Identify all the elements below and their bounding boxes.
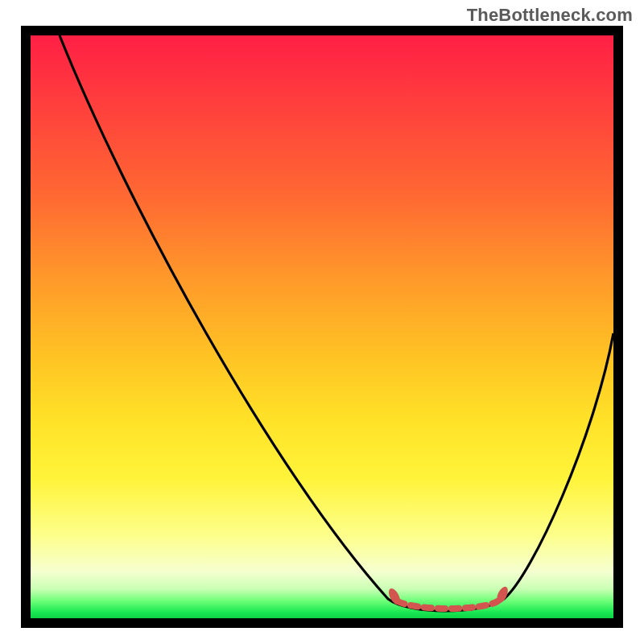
plateau-segment [398, 601, 497, 609]
bottleneck-curve [60, 35, 613, 611]
chart-stage: TheBottleneck.com [0, 0, 644, 644]
curve-layer [31, 35, 613, 618]
plot-frame [21, 26, 623, 628]
watermark-text: TheBottleneck.com [467, 5, 633, 26]
